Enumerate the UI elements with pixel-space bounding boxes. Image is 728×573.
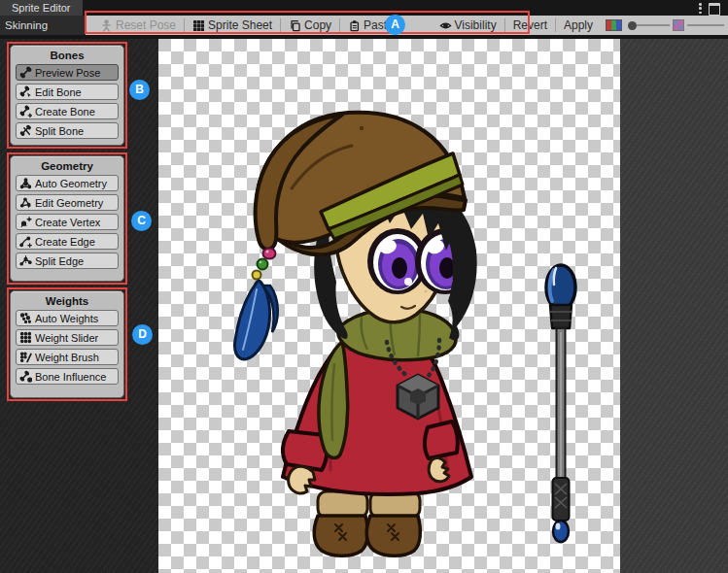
- panel-title-bones: Bones: [11, 50, 123, 61]
- split-bone-button[interactable]: Split Bone: [16, 122, 119, 139]
- weight-slider-icon: [19, 331, 32, 344]
- titlebar: Sprite Editor: [0, 0, 728, 16]
- auto-weights-button[interactable]: Auto Weights: [16, 310, 119, 326]
- character-sprite: [234, 113, 476, 556]
- split-edge-button[interactable]: Split Edge: [16, 253, 119, 269]
- revert-button[interactable]: Revert: [506, 16, 554, 35]
- annotation-badge-b: B: [129, 80, 150, 100]
- bone-eye-icon: [19, 66, 32, 79]
- zoom-slider[interactable]: [628, 19, 724, 31]
- create-edge-button[interactable]: Create Edge: [16, 233, 119, 250]
- sprite-canvas[interactable]: [158, 35, 620, 573]
- geo-auto-icon: [19, 177, 32, 189]
- apply-button[interactable]: Apply: [557, 16, 600, 35]
- rgb-channel-icon[interactable]: [606, 19, 622, 31]
- bones-panel: Bones Preview Pose Edit Bone Create Bone…: [7, 42, 127, 149]
- mode-dropdown[interactable]: Skinning Editor▾: [0, 16, 86, 35]
- annotation-badge-a: A: [385, 15, 405, 35]
- copy-button[interactable]: Copy: [282, 16, 338, 35]
- edit-bone-button[interactable]: Edit Bone: [16, 84, 119, 100]
- copy-icon: [289, 19, 301, 32]
- annotation-badge-d: D: [132, 324, 153, 345]
- sprite-editor-window: Sprite Editor Skinning Editor▾ Reset Pos…: [0, 0, 728, 573]
- toolbar-separator: [504, 18, 505, 32]
- paste-icon: [348, 19, 361, 32]
- sprite-sheet-button[interactable]: Sprite Sheet: [186, 16, 279, 35]
- bone-influence-button[interactable]: Bone Influence: [16, 368, 119, 385]
- annotation-badge-c: C: [131, 211, 152, 231]
- eye-icon: [439, 19, 452, 32]
- toolbar-separator: [184, 18, 185, 32]
- mip-checker-icon[interactable]: [673, 19, 684, 31]
- create-vertex-button[interactable]: Create Vertex: [16, 214, 119, 230]
- weight-brush-button[interactable]: Weight Brush: [16, 349, 119, 365]
- pose-icon: [100, 19, 113, 32]
- toolbar-separator: [280, 18, 281, 32]
- zoom-slider-track[interactable]: [637, 24, 670, 26]
- toolbar-separator: [339, 18, 340, 32]
- edit-geometry-button[interactable]: Edit Geometry: [16, 194, 119, 211]
- panel-title-weights: Weights: [11, 295, 123, 307]
- weights-panel: Weights Auto Weights Weight Slider Weigh…: [7, 287, 127, 401]
- bone-edit-icon: [19, 85, 32, 98]
- preview-pose-button[interactable]: Preview Pose: [16, 64, 119, 81]
- bone-influence-icon: [19, 370, 32, 383]
- right-backdrop: [620, 35, 728, 573]
- mip-slider-track[interactable]: [687, 24, 724, 26]
- grid-icon: [192, 19, 205, 32]
- weights-auto-icon: [19, 312, 32, 324]
- weight-slider-button[interactable]: Weight Slider: [16, 329, 119, 346]
- panel-title-geometry: Geometry: [11, 160, 123, 172]
- kebab-menu-icon[interactable]: [699, 3, 702, 14]
- staff-sprite: [546, 265, 575, 542]
- feather: [234, 281, 277, 359]
- unity-cube-pendant: [398, 375, 438, 419]
- bone-split-icon: [19, 124, 32, 137]
- maximize-icon[interactable]: [709, 3, 720, 16]
- edge-split-icon: [19, 254, 32, 267]
- toolbar: Skinning Editor▾ Reset Pose Sprite Sheet…: [0, 16, 728, 35]
- visibility-button[interactable]: Visibility: [433, 16, 503, 35]
- vertex-create-icon: [19, 216, 32, 228]
- zoom-slider-handle[interactable]: [628, 21, 637, 30]
- geo-edit-icon: [19, 196, 32, 209]
- tab-sprite-editor[interactable]: Sprite Editor: [0, 0, 83, 16]
- sprite-artwork: [158, 43, 620, 573]
- auto-geometry-button[interactable]: Auto Geometry: [16, 175, 119, 191]
- create-bone-button[interactable]: Create Bone: [16, 103, 119, 119]
- geometry-panel: Geometry Auto Geometry Edit Geometry Cre…: [7, 152, 127, 285]
- bone-create-icon: [19, 105, 32, 118]
- reset-pose-button[interactable]: Reset Pose: [93, 16, 183, 35]
- toolbar-separator: [555, 18, 556, 32]
- edge-create-icon: [19, 235, 32, 248]
- weight-brush-icon: [19, 351, 32, 363]
- hat-beads: [253, 249, 276, 280]
